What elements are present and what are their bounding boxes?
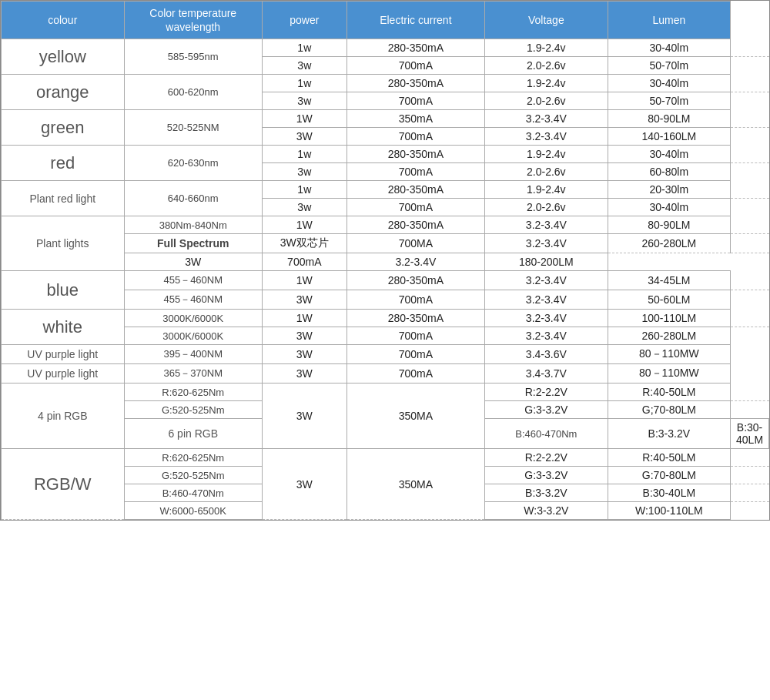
colour-cell: Plant red light — [2, 181, 125, 216]
voltage-cell: 3.2-3.4V — [485, 327, 608, 345]
lumen-cell: R:40-50LM — [608, 449, 731, 467]
wavelength-cell: 395－400NM — [124, 345, 262, 364]
wavelength-cell: 620-630nm — [124, 146, 262, 181]
power-cell: 1w — [262, 75, 346, 92]
lumen-cell: B:30-40LM — [608, 484, 731, 502]
power-cell: 3W — [262, 449, 346, 520]
lumen-cell: 100-110LM — [608, 310, 731, 327]
colour-cell: UV purple light — [2, 345, 125, 364]
colour-cell: orange — [2, 75, 125, 110]
current-cell: 280-350mA — [346, 310, 484, 327]
voltage-cell: 3.2-3.4V — [485, 310, 608, 327]
header-current: Electric current — [346, 2, 484, 39]
voltage-cell: 3.4-3.7V — [485, 364, 608, 383]
table-row: 4 pin RGBR:620-625Nm3W350MAR:2-2.2VR:40-… — [2, 383, 769, 401]
lumen-cell: 260-280LM — [608, 234, 731, 253]
power-cell: 3W — [262, 290, 346, 310]
wavelength-cell: 380Nm-840Nm — [124, 216, 262, 234]
current-cell: 280-350mA — [346, 146, 484, 163]
lumen-cell: 260-280LM — [608, 327, 731, 345]
lumen-cell: R:40-50LM — [608, 383, 731, 401]
power-cell: 1W — [262, 110, 346, 128]
wavelength-cell: 3000K/6000K — [124, 310, 262, 327]
header-wave: Color temperaturewavelength — [124, 2, 262, 39]
voltage-cell: 3.2-3.4V — [485, 128, 608, 146]
current-cell: 700mA — [262, 253, 346, 271]
colour-cell: 4 pin RGB — [2, 383, 125, 449]
power-cell: 1W — [262, 271, 346, 290]
voltage-cell: G:3-3.2V — [485, 401, 608, 419]
power-cell: 3W — [262, 364, 346, 383]
table-row: orange600-620nm1w280-350mA1.9-2.4v30-40l… — [2, 75, 769, 92]
power-cell: 1W — [262, 310, 346, 327]
wavelength-cell: R:620-625Nm — [124, 449, 262, 467]
lumen-cell: 60-80lm — [608, 163, 731, 181]
lumen-cell: 30-40lm — [608, 146, 731, 163]
current-cell: 700mA — [346, 199, 484, 216]
wavelength-cell: 585-595nm — [124, 39, 262, 75]
power-cell: 3W — [262, 128, 346, 146]
current-cell: 700mA — [346, 345, 484, 364]
current-cell: 280-350mA — [346, 271, 484, 290]
lumen-cell: W:100-110LM — [608, 502, 731, 520]
voltage-cell: 3.2-3.4V — [485, 216, 608, 234]
colour-cell: 6 pin RGB — [124, 419, 262, 449]
current-cell: 280-350mA — [346, 75, 484, 92]
current-cell: 350MA — [346, 383, 484, 449]
voltage-cell: B:3-3.2V — [485, 484, 608, 502]
table-row: RGB/WR:620-625Nm3W350MAR:2-2.2VR:40-50LM — [2, 449, 769, 467]
table-row: yellow585-595nm1w280-350mA1.9-2.4v30-40l… — [2, 39, 769, 57]
lumen-cell: 140-160LM — [608, 128, 731, 146]
header-power: power — [262, 2, 346, 39]
power-cell: 3W — [262, 345, 346, 364]
voltage-cell: 3.4-3.6V — [485, 345, 608, 364]
power-cell: 3W — [124, 253, 262, 271]
current-cell: 700MA — [346, 234, 484, 253]
wavelength-cell: 520-525NM — [124, 110, 262, 146]
colour-cell: blue — [2, 271, 125, 310]
voltage-cell: 3.2-3.4V — [485, 110, 608, 128]
wavelength-cell: 455－460NM — [124, 290, 262, 310]
lumen-cell: B:30-40LM — [731, 419, 769, 449]
lumen-cell: 50-70lm — [608, 57, 731, 75]
voltage-cell: 1.9-2.4v — [485, 75, 608, 92]
wavelength-cell: G:520-525Nm — [124, 467, 262, 484]
power-cell: 3W — [262, 327, 346, 345]
header-colour: colour — [2, 2, 125, 39]
lumen-cell: 50-60LM — [608, 290, 731, 310]
lumen-cell: 50-70lm — [608, 92, 731, 110]
colour-cell: red — [2, 146, 125, 181]
table-row: UV purple light365－370NM3W700mA3.4-3.7V8… — [2, 364, 769, 383]
voltage-cell: 3.2-3.4V — [485, 234, 608, 253]
colour-cell: white — [2, 310, 125, 345]
led-specs-table: colour Color temperaturewavelength power… — [0, 0, 770, 521]
current-cell: 700mA — [346, 92, 484, 110]
power-cell: 3W双芯片 — [262, 234, 346, 253]
current-cell: 350MA — [346, 449, 484, 520]
wavelength-cell: 365－370NM — [124, 364, 262, 383]
voltage-cell: 1.9-2.4v — [485, 146, 608, 163]
table-row: UV purple light395－400NM3W700mA3.4-3.6V8… — [2, 345, 769, 364]
current-cell: 280-350mA — [346, 181, 484, 199]
colour-cell: Plant lights — [2, 216, 125, 271]
power-cell: 3w — [262, 199, 346, 216]
power-cell: 3w — [262, 57, 346, 75]
voltage-cell: 1.9-2.4v — [485, 181, 608, 199]
power-cell: 3w — [262, 92, 346, 110]
voltage-cell: B:3-3.2V — [608, 419, 731, 449]
colour-cell: green — [2, 110, 125, 146]
wavelength-cell: G:520-525Nm — [124, 401, 262, 419]
power-cell: 3W — [262, 383, 346, 449]
wavelength-cell: Full Spectrum — [124, 234, 262, 253]
current-cell: 700mA — [346, 128, 484, 146]
power-cell: 3w — [262, 163, 346, 181]
wavelength-cell: 3000K/6000K — [124, 327, 262, 345]
lumen-cell: 80－110MW — [608, 345, 731, 364]
lumen-cell: 80－110MW — [608, 364, 731, 383]
table-row: Plant red light640-660nm1w280-350mA1.9-2… — [2, 181, 769, 199]
voltage-cell: 1.9-2.4v — [485, 39, 608, 57]
voltage-cell: 3.2-3.4V — [485, 271, 608, 290]
voltage-cell: G:3-3.2V — [485, 467, 608, 484]
lumen-cell: 180-200LM — [485, 253, 608, 271]
lumen-cell: 34-45LM — [608, 271, 731, 290]
